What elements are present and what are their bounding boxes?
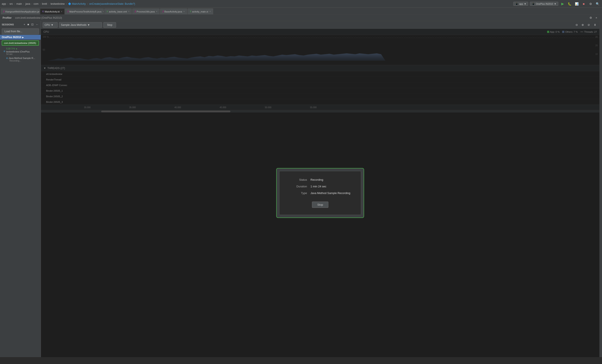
- tab-processutils[interactable]: J ProcessUtils.java ×: [132, 8, 160, 14]
- sessions-dropdown-menu: Load from file...: [2, 28, 39, 34]
- dialog-type-value: Java Method Sample Recording: [311, 191, 350, 195]
- breadcrumb-testwebview[interactable]: testwebview: [51, 2, 64, 5]
- run-config-label: app: [519, 3, 523, 5]
- breadcrumb-main[interactable]: main: [16, 2, 22, 5]
- tab-activity-base[interactable]: X activity_base.xml ×: [104, 8, 132, 14]
- process-name: com.brett.testwebview (26505): [4, 42, 36, 44]
- search-toolbar-button[interactable]: 🔍: [595, 1, 600, 6]
- tab-mainprocess[interactable]: J MainProcessTestActivityB.java ×: [65, 8, 104, 14]
- recording-dialog: Status Recording Duration 1 min 24 sec T…: [279, 171, 361, 215]
- tab-xiangxue[interactable]: J XiangxueWebViewApplication.java ×: [1, 8, 40, 14]
- cpu-dropdown[interactable]: CPU ▼: [43, 22, 58, 28]
- run-button[interactable]: ▶: [560, 1, 565, 6]
- profiler-toolbar-right: ⊖ ⊕ ⊘ ⏸: [574, 22, 598, 28]
- device-selector[interactable]: 📱 OnePlus IN2010 ▼: [530, 2, 558, 6]
- session-device: testwebview (OnePlus: [6, 50, 30, 53]
- tab-close-activity-main[interactable]: ×: [209, 10, 211, 13]
- zoom-in-btn[interactable]: ⊕: [580, 22, 585, 28]
- dialog-duration-value: 1 min 24 sec: [311, 185, 326, 188]
- tab-icon-xml: X: [107, 10, 108, 13]
- session-recording-info: ⚙ Java Method Sample R... Recording...: [0, 56, 41, 63]
- method-dropdown[interactable]: Sample Java Methods ▼: [59, 22, 102, 28]
- run-config-arrow: ▼: [524, 3, 527, 5]
- dialog-status-value: Recording: [311, 178, 323, 181]
- tab-icon-java3: J: [135, 10, 136, 13]
- run-config-selector[interactable]: 📱 app ▼: [513, 2, 528, 6]
- method-dropdown-label: Sample Java Methods: [61, 23, 86, 26]
- breadcrumb-com[interactable]: com: [33, 2, 39, 5]
- profiler-close-btn[interactable]: ×: [594, 15, 599, 21]
- tab-icon-kotlin: K: [43, 10, 44, 13]
- device-icon: 📱: [532, 2, 535, 5]
- stop-session-btn[interactable]: ■: [27, 22, 30, 26]
- tab-close-activity-base[interactable]: ×: [128, 10, 129, 13]
- stop-run-button[interactable]: ■: [581, 1, 586, 6]
- sessions-header: SESSIONS + ■ ⊡ ←: [0, 21, 41, 28]
- dialog-stop-btn[interactable]: Stop: [312, 202, 329, 208]
- profiler-header: Profiler com.brett.testwebview (OnePlus …: [0, 15, 602, 21]
- tab-icon-java4: J: [162, 10, 163, 13]
- recording-overlay: Status Recording Duration 1 min 24 sec T…: [41, 29, 599, 357]
- back-session-btn[interactable]: ←: [35, 22, 39, 26]
- top-nav-bar: app › src › main › java › com › brett › …: [0, 0, 602, 8]
- breadcrumb-java[interactable]: java: [25, 2, 30, 5]
- profiler-content: CPU ▼ Sample Java Methods ▼ Stop ⊖ ⊕ ⊘ ⏸…: [41, 21, 599, 357]
- method-dropdown-arrow: ▼: [87, 23, 90, 26]
- sessions-label: SESSIONS: [2, 23, 22, 26]
- add-session-btn[interactable]: +: [23, 22, 26, 26]
- profile-button[interactable]: 📊: [574, 1, 579, 6]
- tab-icon-java2: J: [67, 10, 68, 13]
- run-config-icon: 📱: [515, 2, 518, 5]
- session-info: 5:39 下午 ● testwebview (OnePlus 54 sec: [6, 47, 30, 55]
- breadcrumb-mainactivity[interactable]: 🔷 MainActivity: [68, 2, 86, 5]
- tab-activity-main[interactable]: X activity_main.xi ×: [188, 8, 213, 14]
- cpu-dropdown-arrow: ▼: [51, 23, 54, 26]
- profiler-title: Profiler: [3, 16, 12, 19]
- pause-btn[interactable]: ⏸: [592, 22, 598, 28]
- process-entry[interactable]: com.brett.testwebview (26505): [2, 41, 39, 46]
- breadcrumb-app[interactable]: app: [2, 2, 6, 5]
- device-label: OnePlus IN2010: [536, 3, 553, 5]
- dialog-stop-row: Stop: [290, 200, 351, 208]
- zoom-out-btn[interactable]: ⊖: [574, 22, 579, 28]
- tab-close-processutils[interactable]: ×: [156, 10, 157, 13]
- session-time: 5:39 下午 ●: [6, 47, 30, 50]
- load-from-file-item[interactable]: Load from file...: [2, 29, 39, 34]
- device-entry-arrow: ▶: [22, 36, 24, 39]
- tab-close-baseactivity[interactable]: ×: [183, 10, 185, 13]
- device-entry[interactable]: OnePlus IN2010 ▶: [0, 35, 41, 40]
- tab-close-mainprocess[interactable]: ×: [103, 10, 104, 13]
- profiler-toolbar: CPU ▼ Sample Java Methods ▼ Stop ⊖ ⊕ ⊘ ⏸: [41, 21, 599, 29]
- tab-mainactivity[interactable]: K MainActivity.kt ×: [40, 8, 64, 14]
- recording-dialog-outer: Status Recording Duration 1 min 24 sec T…: [276, 168, 364, 218]
- debug-button[interactable]: 🐛: [567, 1, 572, 6]
- dialog-type-label: Type: [290, 191, 307, 195]
- breadcrumb-oncreate[interactable]: onCreate(savedInstanceState: Bundle?): [89, 2, 135, 5]
- stop-recording-btn[interactable]: Stop: [103, 22, 116, 28]
- tabs-bar: J XiangxueWebViewApplication.java × K Ma…: [0, 8, 602, 15]
- tab-icon-xml2: X: [190, 10, 191, 13]
- session-icon: ⚙: [3, 50, 5, 52]
- dialog-status-row: Status Recording: [290, 178, 351, 181]
- recording-status: Recording...: [6, 60, 39, 62]
- breadcrumb-src[interactable]: src: [10, 2, 13, 5]
- settings-toolbar-button[interactable]: ⚙: [588, 1, 593, 6]
- cpu-dropdown-label: CPU: [44, 23, 50, 26]
- tab-baseactivity[interactable]: J BaseActivity.java ×: [160, 8, 187, 14]
- breadcrumb-brett[interactable]: brett: [42, 2, 47, 5]
- right-scrollbar[interactable]: [599, 21, 602, 357]
- main-activity-icon: 🔷: [68, 2, 71, 5]
- session-subtime: 54 sec: [6, 53, 30, 55]
- session-recording-item[interactable]: ⚙ 5:39 下午 ● testwebview (OnePlus 54 sec: [0, 46, 41, 56]
- profiler-settings-btn[interactable]: ⚙: [588, 15, 593, 21]
- chart-area: CPU App: 0 % Others: 7 % Threads: 27: [41, 29, 599, 357]
- recording-name: Java Method Sample R...: [9, 57, 35, 59]
- device-entry-name: OnePlus IN2010: [2, 36, 21, 39]
- zoom-reset-btn[interactable]: ⊘: [586, 22, 591, 28]
- tab-icon-java: J: [3, 10, 4, 13]
- dialog-type-row: Type Java Method Sample Recording: [290, 191, 351, 195]
- tab-close-mainactivity[interactable]: ×: [61, 10, 62, 13]
- profiler-device: com.brett.testwebview (OnePlus IN2010): [15, 16, 62, 19]
- dialog-duration-label: Duration: [290, 185, 307, 188]
- split-session-btn[interactable]: ⊡: [31, 22, 34, 26]
